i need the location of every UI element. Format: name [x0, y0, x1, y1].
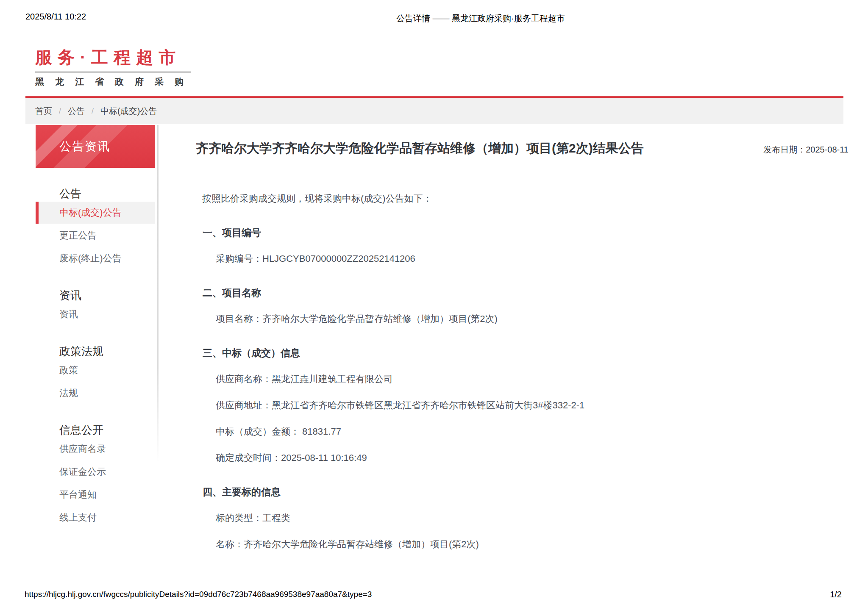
sidebar-heading-news: 资讯: [36, 288, 155, 302]
article-title-row: 齐齐哈尔大学齐齐哈尔大学危险化学品暂存站维修（增加）项目(第2次)结果公告 发布…: [196, 140, 849, 157]
detail-award-time: 确定成交时间：2025-08-11 10:16:49: [196, 452, 849, 464]
sidebar-item-supplier-directory[interactable]: 供应商名录: [36, 438, 155, 460]
sidebar-heading-policies: 政策法规: [36, 344, 155, 358]
site-logo-main: 服务·工程超市: [35, 46, 191, 69]
sidebar-group-policies: 政策法规 政策 法规: [36, 344, 155, 404]
breadcrumb: 首页 / 公告 / 中标(成交)公告: [25, 98, 843, 124]
breadcrumb-separator: /: [59, 107, 61, 116]
sidebar-item-news[interactable]: 资讯: [36, 303, 155, 325]
print-doc-title: 公告详情 —— 黑龙江政府采购·服务工程超市: [396, 13, 565, 24]
sidebar-banner: 公告资讯: [36, 125, 155, 168]
sidebar-group-news: 资讯 资讯: [36, 288, 155, 325]
sidebar-item-regulations[interactable]: 法规: [36, 382, 155, 404]
breadcrumb-announcements-link[interactable]: 公告: [68, 105, 85, 117]
sidebar-item-platform-notice[interactable]: 平台通知: [36, 484, 155, 506]
sidebar-item-cancellation-announcements[interactable]: 废标(终止)公告: [36, 247, 155, 269]
sidebar-heading-disclosure: 信息公开: [36, 423, 155, 437]
sidebar-item-policy[interactable]: 政策: [36, 359, 155, 381]
detail-procurement-number: 采购编号：HLJGCYB07000000ZZ20252141206: [196, 252, 849, 265]
article-title: 齐齐哈尔大学齐齐哈尔大学危险化学品暂存站维修（增加）项目(第2次)结果公告: [196, 140, 644, 157]
detail-project-name: 项目名称：齐齐哈尔大学危险化学品暂存站维修（增加）项目(第2次): [196, 313, 849, 325]
section-heading-project-name: 二、项目名称: [196, 286, 849, 299]
print-url: https://hljcg.hlj.gov.cn/fwgccs/publicit…: [25, 590, 372, 599]
sidebar-group-disclosure: 信息公开 供应商名录 保证金公示 平台通知 线上支付: [36, 423, 155, 529]
site-logo[interactable]: 服务·工程超市 黑龙江省政府采购: [35, 46, 191, 88]
sidebar-item-deposit-publicity[interactable]: 保证金公示: [36, 461, 155, 483]
print-page-number: 1/2: [830, 590, 842, 599]
sidebar-divider: [157, 125, 159, 462]
sidebar-heading-announcements: 公告: [36, 186, 155, 201]
detail-award-amount: 中标（成交）金额： 81831.77: [196, 425, 849, 438]
logo-divider: [35, 72, 191, 72]
sidebar-group-announcements: 公告 中标(成交)公告 更正公告 废标(终止)公告: [36, 186, 155, 269]
sidebar-banner-label: 公告资讯: [36, 139, 110, 155]
section-heading-project-number: 一、项目编号: [196, 226, 849, 239]
breadcrumb-home-link[interactable]: 首页: [35, 105, 52, 117]
section-heading-subject-info: 四、主要标的信息: [196, 485, 849, 498]
sidebar: 公告资讯 公告 中标(成交)公告 更正公告 废标(终止)公告 资讯 资讯 政策法…: [36, 125, 155, 529]
detail-supplier-address: 供应商地址：黑龙江省齐齐哈尔市铁锋区黑龙江省齐齐哈尔市铁锋区站前大街3#楼332…: [196, 399, 849, 412]
article-intro: 按照比价采购成交规则，现将采购中标(成交)公告如下：: [196, 192, 849, 205]
section-heading-award-info: 三、中标（成交）信息: [196, 347, 849, 359]
detail-subject-name: 名称：齐齐哈尔大学危险化学品暂存站维修（增加）项目(第2次): [196, 538, 849, 551]
sidebar-item-award-announcements[interactable]: 中标(成交)公告: [36, 202, 155, 224]
sidebar-item-correction-announcements[interactable]: 更正公告: [36, 225, 155, 247]
detail-subject-type: 标的类型：工程类: [196, 512, 849, 524]
print-datetime: 2025/8/11 10:22: [25, 12, 86, 22]
announcement-detail: 齐齐哈尔大学齐齐哈尔大学危险化学品暂存站维修（增加）项目(第2次)结果公告 发布…: [196, 140, 849, 551]
sidebar-item-online-payment[interactable]: 线上支付: [36, 507, 155, 529]
breadcrumb-current: 中标(成交)公告: [100, 105, 157, 117]
site-logo-sub: 黑龙江省政府采购: [35, 76, 191, 88]
detail-supplier-name: 供应商名称：黑龙江垚川建筑工程有限公司: [196, 373, 849, 386]
publish-date: 发布日期：2025-08-11: [751, 144, 849, 155]
breadcrumb-separator: /: [92, 107, 94, 116]
